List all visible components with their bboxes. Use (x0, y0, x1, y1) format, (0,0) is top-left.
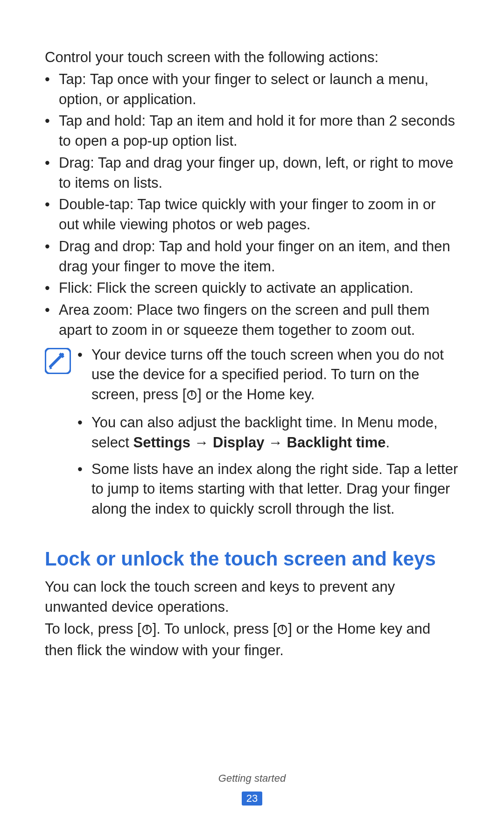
actions-list: Tap: Tap once with your finger to select… (45, 70, 459, 340)
list-item: Drag and drop: Tap and hold your finger … (59, 237, 459, 277)
note-block: Your device turns off the touch screen w… (45, 345, 459, 526)
lock-text: ]. To unlock, press [ (153, 621, 277, 637)
list-item: You can also adjust the backlight time. … (91, 413, 459, 453)
menu-path: Settings → Display → Backlight time (133, 434, 386, 451)
list-item: Flick: Flick the screen quickly to activ… (59, 278, 459, 298)
power-icon (186, 386, 197, 406)
list-item: Tap and hold: Tap an item and hold it fo… (59, 111, 459, 151)
power-icon (277, 621, 288, 641)
list-item: Double-tap: Tap twice quickly with your … (59, 195, 459, 235)
list-item: Tap: Tap once with your finger to select… (59, 70, 459, 110)
intro-text: Control your touch screen with the follo… (45, 48, 459, 68)
lock-paragraph-1: You can lock the touch screen and keys t… (45, 577, 459, 617)
lock-paragraph-2: To lock, press []. To unlock, press [] o… (45, 619, 459, 661)
list-item: Area zoom: Place two fingers on the scre… (59, 300, 459, 340)
section-heading: Lock or unlock the touch screen and keys (45, 547, 459, 571)
note-list: Your device turns off the touch screen w… (77, 345, 459, 526)
note-text: ] or the Home key. (197, 386, 315, 403)
power-icon (141, 621, 153, 641)
footer-section-label: Getting started (0, 771, 504, 785)
lock-text: To lock, press [ (45, 621, 141, 637)
page-number: 23 (242, 792, 262, 806)
list-item: Some lists have an index along the right… (91, 459, 459, 519)
note-text: . (386, 434, 390, 451)
list-item: Drag: Tap and drag your finger up, down,… (59, 153, 459, 193)
note-icon (45, 348, 71, 374)
list-item: Your device turns off the touch screen w… (91, 345, 459, 406)
page-footer: Getting started 23 (0, 771, 504, 807)
